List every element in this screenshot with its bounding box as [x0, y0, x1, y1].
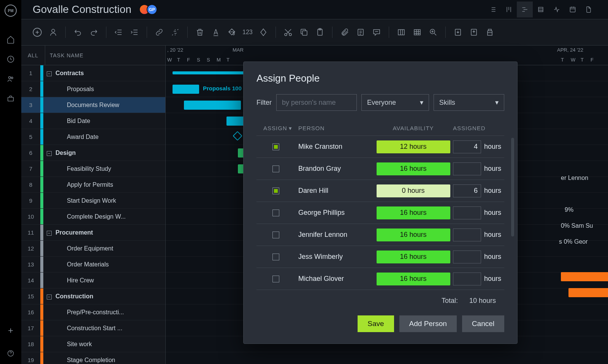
copy-icon[interactable]	[299, 27, 309, 38]
attachment-icon[interactable]	[339, 27, 350, 38]
gantt-bar[interactable]	[173, 85, 199, 94]
assigned-hours-input[interactable]	[453, 228, 481, 241]
plus-icon[interactable]	[6, 326, 15, 335]
column-availability[interactable]: AVAILABILITY	[374, 125, 452, 131]
home-icon[interactable]	[6, 35, 15, 44]
assigned-hours-input[interactable]	[453, 140, 481, 153]
task-row[interactable]: 4 Bid Date	[21, 113, 165, 129]
note-icon[interactable]	[355, 27, 366, 38]
sheet-view-icon[interactable]	[533, 2, 549, 17]
undo-icon[interactable]	[73, 27, 83, 38]
unlink-icon[interactable]	[170, 27, 180, 38]
assign-checkbox[interactable]	[272, 276, 279, 282]
assign-checkbox[interactable]	[272, 254, 279, 260]
task-row[interactable]: 11 − Procurement	[21, 225, 165, 241]
task-row[interactable]: 16 Prep/Pre-constructi...	[21, 304, 165, 320]
avatar-group[interactable]: GP	[139, 4, 157, 15]
task-row[interactable]: 12 Order Equipment	[21, 241, 165, 257]
task-row[interactable]: 7 Feasibility Study	[21, 161, 165, 177]
task-row[interactable]: 19 Stage Completion	[21, 352, 165, 364]
assign-checkbox[interactable]	[272, 165, 279, 172]
color-bar	[40, 209, 43, 224]
fill-icon[interactable]	[226, 27, 237, 38]
column-all[interactable]: ALL	[21, 52, 45, 58]
paste-icon[interactable]	[315, 27, 325, 38]
task-row[interactable]: 17 Construction Start ...	[21, 320, 165, 336]
task-row[interactable]: 3 Documents Review	[21, 97, 165, 113]
briefcase-icon[interactable]	[6, 94, 15, 103]
task-name: Documents Review	[54, 102, 119, 109]
indent-icon[interactable]	[129, 27, 140, 38]
task-row[interactable]: 18 Site work	[21, 336, 165, 352]
color-bar	[40, 113, 43, 129]
person-icon[interactable]	[48, 27, 59, 38]
column-person[interactable]: PERSON	[298, 125, 374, 131]
comment-icon[interactable]	[371, 27, 382, 38]
text-style-icon[interactable]	[211, 27, 221, 38]
export-icon[interactable]	[469, 27, 479, 38]
zoom-icon[interactable]	[428, 27, 439, 38]
task-row[interactable]: 1 − Contracts	[21, 65, 165, 81]
clock-icon[interactable]	[6, 55, 15, 64]
expand-toggle[interactable]: −	[46, 70, 52, 77]
assign-checkbox[interactable]	[272, 143, 279, 150]
cut-icon[interactable]	[283, 27, 293, 38]
header: Govalle Construction GP	[21, 0, 608, 19]
calendar-view-icon[interactable]	[565, 2, 581, 17]
column-assign[interactable]: ASSIGN▾	[256, 125, 298, 132]
assigned-hours-input[interactable]	[453, 206, 481, 219]
scrollbar[interactable]	[511, 138, 514, 236]
task-row[interactable]: 5 Award Date	[21, 129, 165, 145]
add-person-button[interactable]: Add Person	[399, 315, 457, 332]
number-label: 123	[242, 29, 253, 36]
expand-toggle[interactable]: −	[46, 150, 52, 156]
activity-view-icon[interactable]	[549, 2, 565, 17]
grid-icon[interactable]	[412, 27, 423, 38]
task-row[interactable]: 8 Apply for Permits	[21, 177, 165, 193]
import-icon[interactable]	[453, 27, 463, 38]
task-row[interactable]: 13 Order Materials	[21, 257, 165, 273]
assign-checkbox[interactable]	[272, 210, 279, 216]
cancel-button[interactable]: Cancel	[462, 315, 504, 332]
task-row[interactable]: 10 Complete Design W...	[21, 209, 165, 225]
task-row[interactable]: 6 − Design	[21, 145, 165, 161]
gantt-bar[interactable]	[226, 117, 245, 126]
column-task-name[interactable]: TASK NAME	[45, 46, 84, 65]
add-icon[interactable]	[32, 27, 43, 38]
assigned-hours-input[interactable]	[453, 162, 481, 175]
task-row[interactable]: 15 − Construction	[21, 288, 165, 304]
trash-icon[interactable]	[195, 27, 205, 38]
task-row[interactable]: 14 Hire Crew	[21, 273, 165, 288]
assigned-hours-input[interactable]	[453, 184, 481, 197]
assign-checkbox[interactable]	[272, 188, 279, 194]
milestone-icon[interactable]	[258, 27, 269, 38]
redo-icon[interactable]	[89, 27, 99, 38]
gantt-bar[interactable]	[184, 101, 241, 110]
assigned-hours-input[interactable]	[453, 251, 481, 263]
expand-toggle[interactable]: −	[46, 229, 52, 236]
gantt-bar[interactable]	[173, 71, 249, 74]
file-view-icon[interactable]	[581, 2, 597, 17]
outdent-icon[interactable]	[113, 27, 124, 38]
assign-checkbox[interactable]	[272, 232, 279, 238]
assigned-hours-input[interactable]	[453, 273, 481, 285]
month-label: MAR	[233, 47, 244, 53]
task-row[interactable]: 2 Proposals	[21, 81, 165, 97]
expand-toggle[interactable]: −	[46, 293, 52, 300]
filter-select-skills[interactable]: Skills ▾	[434, 94, 504, 111]
column-assigned[interactable]: ASSIGNED	[452, 125, 504, 131]
link-icon[interactable]	[154, 27, 165, 38]
filter-select-everyone[interactable]: Everyone ▾	[361, 94, 429, 111]
help-icon[interactable]	[6, 349, 15, 358]
gantt-view-icon[interactable]	[517, 2, 533, 17]
task-row[interactable]: 9 Start Design Work	[21, 193, 165, 209]
board-view-icon[interactable]	[501, 2, 517, 17]
save-button[interactable]: Save	[358, 315, 394, 332]
people-icon[interactable]	[6, 74, 15, 84]
avatar[interactable]: GP	[147, 4, 157, 15]
app-logo[interactable]: PM	[5, 5, 17, 17]
print-icon[interactable]	[484, 27, 495, 38]
filter-input[interactable]	[276, 94, 357, 111]
columns-icon[interactable]	[396, 27, 407, 38]
list-view-icon[interactable]	[485, 2, 501, 17]
